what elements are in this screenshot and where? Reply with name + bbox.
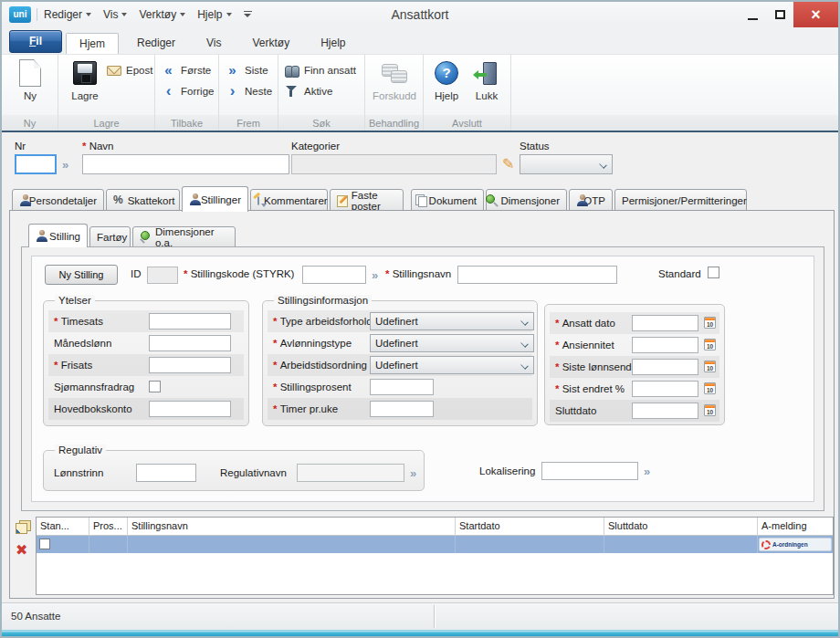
col-a-melding[interactable]: A-melding xyxy=(758,518,833,536)
navn-input[interactable] xyxy=(82,154,289,174)
active-filter-button[interactable]: Aktive xyxy=(284,82,332,100)
file-tab-button[interactable]: Fil xyxy=(9,30,62,53)
pencil-icon[interactable] xyxy=(502,156,514,173)
siste-lonnsendring-input[interactable] xyxy=(632,359,698,375)
lokalisering-lookup-chevron-icon[interactable] xyxy=(644,465,650,477)
person-icon xyxy=(576,194,579,206)
last-record-button[interactable]: Siste xyxy=(225,61,268,79)
close-form-button[interactable]: Lukk xyxy=(469,58,504,101)
first-record-button[interactable]: Første xyxy=(161,61,211,79)
frisats-input[interactable] xyxy=(149,357,231,373)
menu-verktoy[interactable]: Verktøy xyxy=(139,8,185,21)
sjomannsfradrag-checkbox[interactable] xyxy=(149,381,161,392)
calendar-icon[interactable]: 10 xyxy=(704,317,716,329)
quick-access-overflow-icon[interactable] xyxy=(244,11,252,19)
regulativnavn-input[interactable] xyxy=(297,464,404,482)
nr-label: Nr xyxy=(15,141,26,152)
sist-endret-input[interactable] xyxy=(632,381,698,397)
ansatt-dato-input[interactable] xyxy=(632,315,698,331)
timer-pr-uke-input[interactable] xyxy=(370,401,434,417)
minimize-button[interactable] xyxy=(739,2,766,27)
tab-skattekort[interactable]: Skattekort xyxy=(106,189,180,212)
calendar-icon[interactable]: 10 xyxy=(704,404,716,416)
kategorier-label: Kategorier xyxy=(291,141,340,152)
uni-logo[interactable]: uni xyxy=(9,6,31,23)
menu-rediger[interactable]: Rediger xyxy=(44,8,91,21)
col-stillingsnavn[interactable]: Stillingsnavn xyxy=(128,518,456,536)
ansiennitet-input[interactable] xyxy=(632,337,698,353)
ribbon-tab-hjem[interactable]: Hjem xyxy=(66,33,119,54)
tab-kommentarer[interactable]: Kommentarer xyxy=(250,189,328,212)
type-arbeidsforhold-label: Type arbeidsforhold xyxy=(273,316,373,327)
row-standard-checkbox[interactable] xyxy=(39,539,50,549)
new-button[interactable]: Ny xyxy=(9,58,51,101)
calendar-icon[interactable]: 10 xyxy=(704,361,716,372)
delete-row-button[interactable] xyxy=(16,542,27,559)
timer-pr-uke-row: Timer pr.uke xyxy=(268,398,532,420)
table-row[interactable]: A-ordningen xyxy=(37,536,833,553)
tab-dimensjoner-oa[interactable]: Dimensjoner o.a. xyxy=(132,226,236,247)
calendar-icon[interactable]: 10 xyxy=(704,339,716,350)
menu-rediger-label: Rediger xyxy=(44,8,82,21)
kategorier-input[interactable] xyxy=(291,154,497,174)
timesats-input[interactable] xyxy=(149,313,231,329)
col-sluttdato[interactable]: Sluttdato xyxy=(604,518,758,536)
regulativ-lookup-chevron-icon[interactable] xyxy=(410,467,416,479)
status-select[interactable] xyxy=(520,154,613,174)
nr-input[interactable] xyxy=(15,154,57,174)
menu-vis[interactable]: Vis xyxy=(103,8,127,21)
hovedbokskonto-input[interactable] xyxy=(149,401,231,417)
ansiennitet-row: Ansiennitet 10 xyxy=(550,334,719,356)
tab-stilling[interactable]: Stilling xyxy=(28,224,88,247)
lonnstrinn-input[interactable] xyxy=(136,464,196,482)
tab-faste-poster[interactable]: Faste poster xyxy=(330,189,404,212)
stillingskode-input[interactable] xyxy=(302,266,366,284)
tab-stillinger[interactable]: Stillinger xyxy=(182,186,248,212)
col-prosent[interactable]: Pros... xyxy=(89,518,128,536)
chevron-left-icon xyxy=(166,85,172,98)
manedslonn-row: Månedslønn xyxy=(48,332,244,354)
stillingsnavn-input[interactable] xyxy=(457,266,617,284)
tab-otp[interactable]: OTP xyxy=(569,189,613,212)
find-employee-button[interactable]: Finn ansatt xyxy=(284,61,356,79)
nr-lookup-chevron-icon[interactable] xyxy=(62,159,68,171)
close-button[interactable] xyxy=(793,2,838,27)
email-button[interactable]: Epost xyxy=(106,61,152,79)
statusbar: 50 Ansatte xyxy=(2,602,838,630)
ansatt-dato-label: Ansatt dato xyxy=(555,318,615,329)
next-record-button[interactable]: Neste xyxy=(225,82,272,100)
menu-hjelp[interactable]: Hjelp xyxy=(197,8,231,21)
copy-row-button[interactable] xyxy=(16,520,31,534)
ribbon-tab-hjelp[interactable]: Hjelp xyxy=(308,33,358,54)
stillingskode-lookup-chevron-icon[interactable] xyxy=(372,269,378,281)
col-startdato[interactable]: Startdato xyxy=(456,518,604,536)
calendar-day-number: 10 xyxy=(705,365,715,372)
lokalisering-input[interactable] xyxy=(541,462,638,480)
ribbon-tab-verktoy[interactable]: Verktøy xyxy=(240,33,303,54)
maximize-button[interactable] xyxy=(766,2,793,27)
tab-dokument[interactable]: Dokument xyxy=(411,189,484,212)
manedslonn-input[interactable] xyxy=(149,335,231,351)
save-button[interactable]: Lagre xyxy=(64,58,106,101)
help-button[interactable]: Hjelp xyxy=(429,58,464,101)
type-arbeidsforhold-select[interactable]: Udefinert xyxy=(370,312,534,330)
previous-record-button[interactable]: Forrige xyxy=(161,82,214,100)
standard-checkbox[interactable] xyxy=(708,267,719,278)
tab-dimensjoner[interactable]: Dimensjoner xyxy=(486,189,567,212)
arbeidstidsordning-select[interactable]: Udefinert xyxy=(370,356,534,374)
avlonningstype-select[interactable]: Udefinert xyxy=(370,334,534,352)
tab-persondetaljer[interactable]: Persondetaljer xyxy=(12,189,104,212)
tab-permisjoner[interactable]: Permisjoner/Permitteringer xyxy=(614,189,747,212)
ny-stilling-button[interactable]: Ny Stilling xyxy=(45,265,118,285)
ribbon-tab-vis[interactable]: Vis xyxy=(194,33,234,54)
tab-fartoy[interactable]: Fartøy xyxy=(89,226,131,247)
stillingsprosent-input[interactable] xyxy=(370,379,434,395)
calendar-icon[interactable]: 10 xyxy=(704,382,716,394)
col-standard[interactable]: Stan... xyxy=(37,518,89,536)
tab-label: Stilling xyxy=(49,231,80,242)
ribbon: Ny Lagre Epost Første Forrige xyxy=(2,54,838,115)
sluttdato-input[interactable] xyxy=(632,403,698,419)
chevron-down-icon xyxy=(599,161,607,169)
window-controls xyxy=(739,2,838,27)
ribbon-tab-rediger[interactable]: Rediger xyxy=(124,33,188,54)
